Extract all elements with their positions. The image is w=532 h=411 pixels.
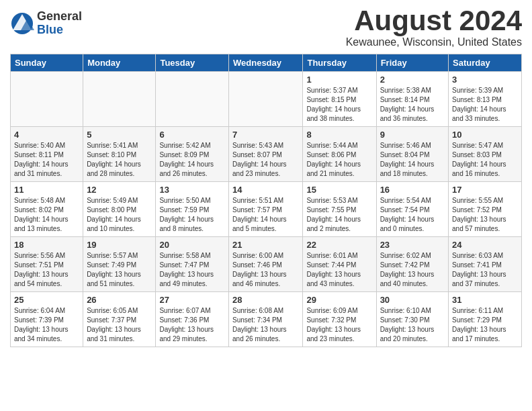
day-info: Sunrise: 5:55 AM Sunset: 7:52 PM Dayligh…: [452, 196, 518, 234]
calendar-day-cell: 30Sunrise: 6:10 AM Sunset: 7:30 PM Dayli…: [376, 292, 448, 347]
day-number: 10: [452, 130, 518, 140]
day-number: 29: [306, 295, 372, 305]
title-area: August 2024 Kewaunee, Wisconsin, United …: [346, 7, 522, 48]
day-info: Sunrise: 5:54 AM Sunset: 7:54 PM Dayligh…: [380, 196, 445, 234]
calendar-day-cell: 7Sunrise: 5:43 AM Sunset: 8:07 PM Daylig…: [229, 127, 303, 182]
day-number: 9: [380, 130, 445, 140]
day-number: 3: [452, 75, 518, 85]
weekday-header-sunday: Sunday: [11, 54, 83, 72]
day-number: 13: [159, 185, 225, 195]
day-info: Sunrise: 5:39 AM Sunset: 8:13 PM Dayligh…: [452, 86, 518, 124]
calendar-day-cell: 1Sunrise: 5:37 AM Sunset: 8:15 PM Daylig…: [303, 72, 376, 127]
day-number: 24: [452, 240, 518, 250]
day-number: 27: [159, 295, 225, 305]
calendar-day-cell: 22Sunrise: 6:01 AM Sunset: 7:44 PM Dayli…: [303, 237, 376, 292]
calendar-day-cell: 25Sunrise: 6:04 AM Sunset: 7:39 PM Dayli…: [11, 292, 83, 347]
day-number: 7: [232, 130, 299, 140]
calendar-header-row: SundayMondayTuesdayWednesdayThursdayFrid…: [11, 54, 522, 72]
day-info: Sunrise: 6:10 AM Sunset: 7:30 PM Dayligh…: [380, 306, 445, 344]
day-info: Sunrise: 5:50 AM Sunset: 7:59 PM Dayligh…: [159, 196, 225, 234]
calendar-week-row: 4Sunrise: 5:40 AM Sunset: 8:11 PM Daylig…: [11, 127, 522, 182]
day-number: 17: [452, 185, 518, 195]
day-number: 18: [14, 240, 79, 250]
weekday-header-tuesday: Tuesday: [156, 54, 229, 72]
day-info: Sunrise: 5:46 AM Sunset: 8:04 PM Dayligh…: [380, 141, 445, 179]
day-info: Sunrise: 6:00 AM Sunset: 7:46 PM Dayligh…: [232, 251, 299, 289]
calendar-day-cell: 10Sunrise: 5:47 AM Sunset: 8:03 PM Dayli…: [449, 127, 522, 182]
calendar-day-cell: 8Sunrise: 5:44 AM Sunset: 8:06 PM Daylig…: [303, 127, 376, 182]
day-number: 12: [87, 185, 152, 195]
calendar-day-cell: 20Sunrise: 5:58 AM Sunset: 7:47 PM Dayli…: [156, 237, 229, 292]
calendar-day-cell: 3Sunrise: 5:39 AM Sunset: 8:13 PM Daylig…: [449, 72, 522, 127]
day-number: 22: [306, 240, 372, 250]
calendar-day-cell: 14Sunrise: 5:51 AM Sunset: 7:57 PM Dayli…: [229, 182, 303, 237]
day-number: 30: [380, 295, 445, 305]
day-info: Sunrise: 5:42 AM Sunset: 8:09 PM Dayligh…: [159, 141, 225, 179]
day-number: 16: [380, 185, 445, 195]
calendar-day-cell: 17Sunrise: 5:55 AM Sunset: 7:52 PM Dayli…: [449, 182, 522, 237]
day-number: 23: [380, 240, 445, 250]
calendar-day-cell: [11, 72, 83, 127]
calendar-day-cell: 31Sunrise: 6:11 AM Sunset: 7:29 PM Dayli…: [449, 292, 522, 347]
calendar-day-cell: 29Sunrise: 6:09 AM Sunset: 7:32 PM Dayli…: [303, 292, 376, 347]
location-subtitle: Kewaunee, Wisconsin, United States: [346, 36, 522, 48]
day-info: Sunrise: 5:37 AM Sunset: 8:15 PM Dayligh…: [306, 86, 372, 124]
day-info: Sunrise: 5:58 AM Sunset: 7:47 PM Dayligh…: [159, 251, 225, 289]
calendar-day-cell: 21Sunrise: 6:00 AM Sunset: 7:46 PM Dayli…: [229, 237, 303, 292]
calendar-week-row: 25Sunrise: 6:04 AM Sunset: 7:39 PM Dayli…: [11, 292, 522, 347]
logo-icon: [10, 11, 34, 36]
calendar-week-row: 1Sunrise: 5:37 AM Sunset: 8:15 PM Daylig…: [11, 72, 522, 127]
day-info: Sunrise: 6:08 AM Sunset: 7:34 PM Dayligh…: [232, 306, 299, 344]
month-year-title: August 2024: [346, 7, 522, 35]
day-number: 11: [14, 185, 79, 195]
day-info: Sunrise: 5:48 AM Sunset: 8:02 PM Dayligh…: [14, 196, 79, 234]
day-number: 26: [87, 295, 152, 305]
day-number: 25: [14, 295, 79, 305]
day-number: 28: [232, 295, 299, 305]
weekday-header-wednesday: Wednesday: [229, 54, 303, 72]
calendar-day-cell: 4Sunrise: 5:40 AM Sunset: 8:11 PM Daylig…: [11, 127, 83, 182]
calendar-day-cell: 26Sunrise: 6:05 AM Sunset: 7:37 PM Dayli…: [83, 292, 156, 347]
calendar-day-cell: 16Sunrise: 5:54 AM Sunset: 7:54 PM Dayli…: [376, 182, 448, 237]
day-number: 4: [14, 130, 79, 140]
calendar-day-cell: 2Sunrise: 5:38 AM Sunset: 8:14 PM Daylig…: [376, 72, 448, 127]
day-info: Sunrise: 5:43 AM Sunset: 8:07 PM Dayligh…: [232, 141, 299, 179]
day-info: Sunrise: 5:41 AM Sunset: 8:10 PM Dayligh…: [87, 141, 152, 179]
calendar-day-cell: 12Sunrise: 5:49 AM Sunset: 8:00 PM Dayli…: [83, 182, 156, 237]
weekday-header-saturday: Saturday: [449, 54, 522, 72]
calendar-week-row: 18Sunrise: 5:56 AM Sunset: 7:51 PM Dayli…: [11, 237, 522, 292]
calendar-week-row: 11Sunrise: 5:48 AM Sunset: 8:02 PM Dayli…: [11, 182, 522, 237]
day-info: Sunrise: 5:53 AM Sunset: 7:55 PM Dayligh…: [306, 196, 372, 234]
calendar-body: 1Sunrise: 5:37 AM Sunset: 8:15 PM Daylig…: [11, 72, 522, 347]
calendar-day-cell: [156, 72, 229, 127]
day-info: Sunrise: 5:47 AM Sunset: 8:03 PM Dayligh…: [452, 141, 518, 179]
day-info: Sunrise: 6:04 AM Sunset: 7:39 PM Dayligh…: [14, 306, 79, 344]
day-info: Sunrise: 6:07 AM Sunset: 7:36 PM Dayligh…: [159, 306, 225, 344]
day-info: Sunrise: 6:11 AM Sunset: 7:29 PM Dayligh…: [452, 306, 518, 344]
calendar-table: SundayMondayTuesdayWednesdayThursdayFrid…: [10, 54, 522, 347]
day-number: 21: [232, 240, 299, 250]
calendar-day-cell: 9Sunrise: 5:46 AM Sunset: 8:04 PM Daylig…: [376, 127, 448, 182]
calendar-day-cell: 6Sunrise: 5:42 AM Sunset: 8:09 PM Daylig…: [156, 127, 229, 182]
day-info: Sunrise: 5:38 AM Sunset: 8:14 PM Dayligh…: [380, 86, 445, 124]
day-info: Sunrise: 6:03 AM Sunset: 7:41 PM Dayligh…: [452, 251, 518, 289]
day-number: 31: [452, 295, 518, 305]
day-number: 1: [306, 75, 372, 85]
calendar-day-cell: 28Sunrise: 6:08 AM Sunset: 7:34 PM Dayli…: [229, 292, 303, 347]
day-number: 20: [159, 240, 225, 250]
calendar-day-cell: [83, 72, 156, 127]
day-number: 8: [306, 130, 372, 140]
day-number: 15: [306, 185, 372, 195]
weekday-header-thursday: Thursday: [303, 54, 376, 72]
calendar-day-cell: 23Sunrise: 6:02 AM Sunset: 7:42 PM Dayli…: [376, 237, 448, 292]
logo-general-text: General: [37, 10, 82, 24]
day-info: Sunrise: 5:44 AM Sunset: 8:06 PM Dayligh…: [306, 141, 372, 179]
logo-blue-text: Blue: [37, 24, 82, 37]
calendar-day-cell: 19Sunrise: 5:57 AM Sunset: 7:49 PM Dayli…: [83, 237, 156, 292]
day-info: Sunrise: 6:02 AM Sunset: 7:42 PM Dayligh…: [380, 251, 445, 289]
weekday-header-monday: Monday: [83, 54, 156, 72]
header: General Blue August 2024 Kewaunee, Wisco…: [10, 7, 522, 48]
calendar-day-cell: 24Sunrise: 6:03 AM Sunset: 7:41 PM Dayli…: [449, 237, 522, 292]
calendar-day-cell: 13Sunrise: 5:50 AM Sunset: 7:59 PM Dayli…: [156, 182, 229, 237]
day-info: Sunrise: 5:49 AM Sunset: 8:00 PM Dayligh…: [87, 196, 152, 234]
